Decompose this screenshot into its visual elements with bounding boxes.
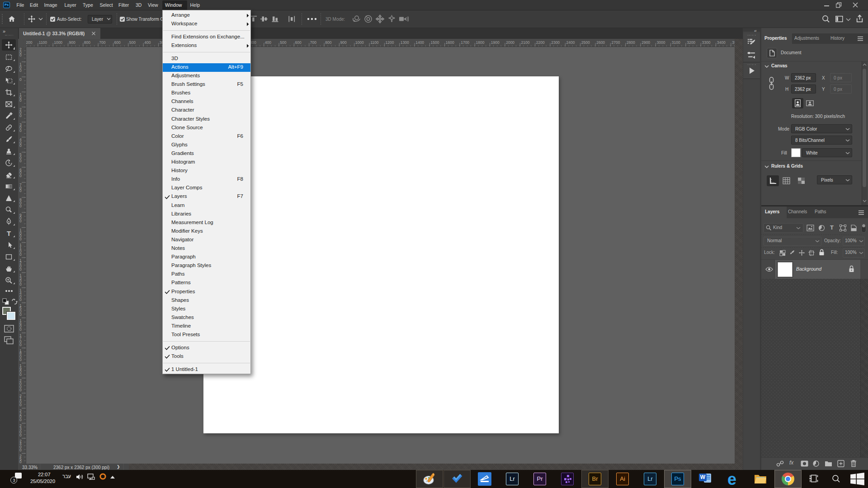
svg-text:T: T	[7, 230, 11, 237]
